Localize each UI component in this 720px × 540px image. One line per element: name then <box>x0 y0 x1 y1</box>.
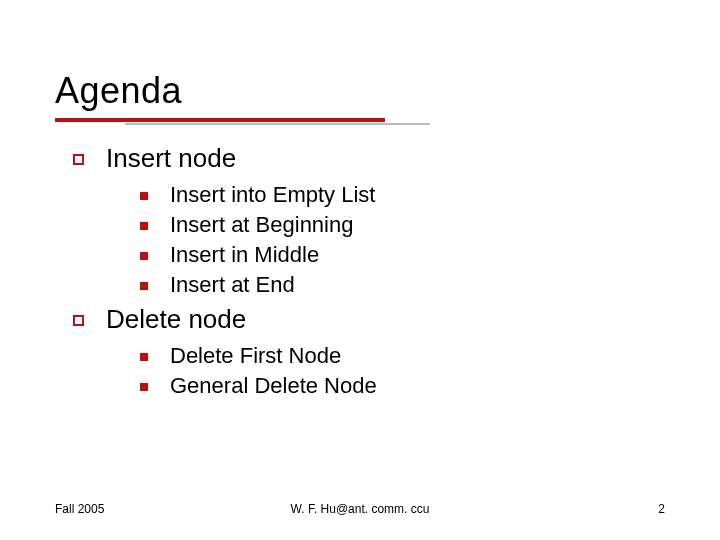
slide: Agenda Insert node Insert into Empty Lis… <box>0 0 720 540</box>
dot-bullet-icon <box>140 192 148 200</box>
outline-sublabel: Insert into Empty List <box>170 182 375 208</box>
outline-subitem: Insert at Beginning <box>140 212 665 238</box>
footer-center: W. F. Hu@ant. comm. ccu <box>291 502 430 516</box>
outline-sublabel: Insert at End <box>170 272 295 298</box>
outline-label: Insert node <box>106 143 236 174</box>
outline-subitem: Insert at End <box>140 272 665 298</box>
outline-subitem: Delete First Node <box>140 343 665 369</box>
square-bullet-icon <box>73 154 84 165</box>
footer-left: Fall 2005 <box>55 502 104 516</box>
dot-bullet-icon <box>140 353 148 361</box>
slide-title: Agenda <box>55 70 665 112</box>
outline-sublabel: Delete First Node <box>170 343 341 369</box>
dot-bullet-icon <box>140 222 148 230</box>
outline-sublabel: Insert in Middle <box>170 242 319 268</box>
outline-subitem: Insert into Empty List <box>140 182 665 208</box>
outline-sublabel: Insert at Beginning <box>170 212 353 238</box>
outline-label: Delete node <box>106 304 246 335</box>
outline-subitems-insert: Insert into Empty List Insert at Beginni… <box>140 182 665 298</box>
outline-item-delete-node: Delete node <box>73 304 665 335</box>
outline-item-insert-node: Insert node <box>73 143 665 174</box>
slide-footer: Fall 2005 W. F. Hu@ant. comm. ccu 2 <box>0 502 720 516</box>
square-bullet-icon <box>73 315 84 326</box>
dot-bullet-icon <box>140 282 148 290</box>
outline-subitems-delete: Delete First Node General Delete Node <box>140 343 665 399</box>
outline-sublabel: General Delete Node <box>170 373 377 399</box>
dot-bullet-icon <box>140 252 148 260</box>
slide-number: 2 <box>658 502 665 516</box>
outline-subitem: General Delete Node <box>140 373 665 399</box>
slide-body: Insert node Insert into Empty List Inser… <box>55 143 665 399</box>
outline-subitem: Insert in Middle <box>140 242 665 268</box>
dot-bullet-icon <box>140 383 148 391</box>
title-rule <box>55 118 665 125</box>
